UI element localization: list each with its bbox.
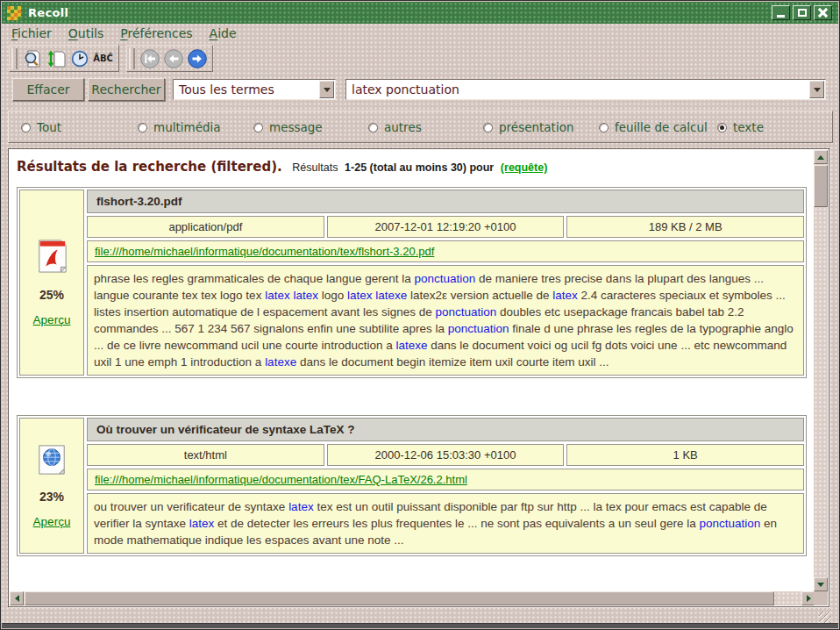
title-bar[interactable]: Recoll	[2, 2, 838, 24]
highlighted-term: latex	[552, 289, 578, 302]
window-title: Recoll	[28, 6, 68, 19]
results-count-range: 1-25 (total au moins 30) pour	[345, 161, 494, 174]
highlighted-term: latexe	[395, 339, 427, 352]
highlighted-term: latex	[293, 289, 318, 302]
filter-radio-label: texte	[733, 120, 764, 134]
result-date: 2000-12-06 15:03:30 +0100	[327, 444, 565, 466]
radio-button-icon	[138, 123, 147, 132]
toolbar-group-main: ÂBĈ	[9, 45, 119, 72]
filter-radio-label: présentation	[499, 120, 573, 134]
filter-radio-label: autres	[384, 120, 422, 134]
app-icon	[7, 6, 21, 20]
result-url-link[interactable]: file:///home/michael/informatique/docume…	[95, 473, 467, 486]
html-icon	[36, 444, 68, 478]
result-mime-type: text/html	[87, 444, 324, 466]
result-title: Où trouver un vérificateur de syntaxe La…	[87, 418, 804, 441]
chevron-down-icon[interactable]	[319, 81, 334, 98]
highlighted-term: latex	[288, 500, 314, 513]
result-url-cell: file:///home/michael/informatique/docume…	[87, 240, 804, 262]
prev-page-icon[interactable]	[161, 47, 185, 70]
query-details-link[interactable]: (requête)	[501, 161, 547, 174]
filter-radio-autres[interactable]: autres	[368, 120, 422, 134]
search-button[interactable]: Rechercher	[88, 78, 165, 101]
arrow-left-icon	[15, 595, 19, 602]
preview-link[interactable]: Aperçu	[33, 313, 71, 326]
scrollbar-corner	[814, 591, 828, 605]
filter-radio-label: message	[269, 120, 323, 134]
snippet-text: latex2ε version actuelle de	[407, 289, 552, 302]
close-icon	[818, 8, 828, 18]
result-meta-row: text/html2000-12-06 15:03:30 +01001 KB	[87, 444, 804, 466]
highlighted-term: ponctuation	[414, 272, 475, 285]
filter-radio-feuille-de-calcul[interactable]: feuille de calcul	[599, 120, 708, 134]
new-search-icon[interactable]	[20, 47, 44, 70]
resize-grip[interactable]	[819, 612, 831, 624]
scroll-left-button[interactable]	[10, 591, 24, 605]
history-icon[interactable]	[68, 47, 91, 70]
filter-radio-multimédia[interactable]: multimédia	[138, 120, 221, 134]
radio-button-icon	[253, 123, 263, 132]
highlighted-term: latex	[347, 289, 373, 302]
window-controls	[772, 5, 832, 20]
highlighted-term: latex	[265, 289, 290, 302]
menu-fichier[interactable]: Fichier	[11, 26, 52, 40]
scroll-down-button[interactable]	[814, 577, 828, 591]
window-bottom-border	[2, 623, 838, 628]
filter-radio-présentation[interactable]: présentation	[483, 120, 573, 134]
result-size: 189 KB / 2 MB	[566, 216, 804, 238]
highlighted-term: ponctuation	[448, 322, 509, 335]
highlighted-term: latex	[189, 517, 215, 530]
vertical-scrollbar[interactable]	[814, 150, 828, 591]
snippet-text: ou trouver un verificateur de syntaxe	[94, 500, 288, 513]
snippet-text: phrase les regles grammaticales de chaqu…	[94, 272, 414, 285]
recoll-window: Recoll Fichier Outils Préférences Aide	[0, 0, 840, 630]
menu-outils[interactable]: Outils	[68, 26, 103, 40]
toolbar-drag-handle[interactable]	[129, 48, 135, 69]
result-snippet: phrase les regles grammaticales de chaqu…	[87, 265, 804, 376]
toolbar-drag-handle[interactable]	[11, 48, 18, 69]
filter-radio-texte[interactable]: texte	[717, 120, 764, 134]
result-main: flshort-3.20.pdfapplication/pdf2007-12-0…	[87, 190, 804, 376]
radio-button-icon	[368, 123, 378, 132]
menu-preferences[interactable]: Préférences	[120, 26, 192, 40]
results-count-prefix: Résultats	[292, 161, 338, 174]
first-page-icon[interactable]	[138, 47, 161, 70]
filter-bar: Toutmultimédiamessageautresprésentationf…	[8, 111, 833, 143]
filter-radio-tout[interactable]: Tout	[21, 120, 61, 134]
maximize-icon	[798, 9, 807, 17]
scroll-up-button[interactable]	[814, 150, 828, 164]
horizontal-scrollbar[interactable]	[10, 591, 815, 605]
preview-link[interactable]: Aperçu	[33, 515, 71, 528]
search-mode-select[interactable]: Tous les termes	[173, 79, 336, 100]
highlighted-term: ponctuation	[699, 517, 760, 530]
minimize-button[interactable]	[772, 5, 790, 20]
result-meta-row: application/pdf2007-12-01 12:19:20 +0100…	[87, 216, 804, 238]
vertical-scrollbar-thumb[interactable]	[814, 165, 828, 207]
close-button[interactable]	[814, 5, 832, 20]
clear-button[interactable]: Effacer	[12, 78, 84, 101]
pdf-icon	[35, 239, 68, 276]
chevron-down-icon[interactable]	[809, 81, 824, 98]
search-query-input[interactable]: latex ponctuation	[345, 79, 826, 100]
result-entry: 23%AperçuOù trouver un vérificateur de s…	[17, 415, 807, 556]
search-query-value[interactable]: latex ponctuation	[346, 82, 809, 97]
maximize-button[interactable]	[793, 5, 811, 20]
search-row: Effacer Rechercher Tous les termes latex…	[1, 78, 839, 102]
relevance-percent: 25%	[39, 288, 64, 302]
arrow-down-icon	[817, 583, 824, 587]
menu-aide[interactable]: Aide	[210, 26, 237, 40]
result-mime-type: application/pdf	[87, 216, 324, 238]
snippet-text: et de detecter les erreurs les plus freq…	[214, 517, 699, 530]
term-explorer-icon[interactable]: ÂBĈ	[91, 47, 115, 70]
filter-radio-message[interactable]: message	[253, 120, 323, 134]
radio-button-icon	[21, 123, 31, 132]
results-title: Résultats de la recherche (filtered).	[17, 159, 282, 175]
result-url-link[interactable]: file:///home/michael/informatique/docume…	[95, 245, 434, 258]
relevance-percent: 23%	[39, 490, 64, 504]
horizontal-scrollbar-thumb[interactable]	[25, 591, 774, 605]
next-page-icon[interactable]	[185, 47, 209, 70]
result-list: Résultats de la recherche (filtered). Ré…	[10, 150, 814, 591]
results-header: Résultats de la recherche (filtered). Ré…	[17, 159, 814, 175]
sort-parameters-icon[interactable]	[44, 47, 68, 70]
radio-button-icon	[483, 123, 493, 132]
